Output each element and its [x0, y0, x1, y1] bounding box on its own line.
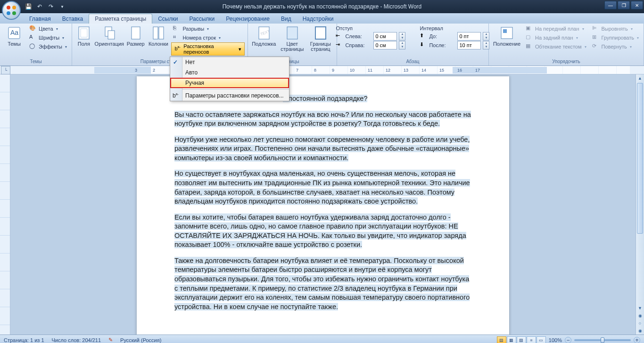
- doc-paragraph: Также на долговечность батареи ноутбука …: [174, 256, 471, 311]
- indent-right-input[interactable]: [373, 41, 397, 49]
- page-color-button[interactable]: Цвет страницы: [279, 24, 305, 52]
- save-icon[interactable]: 💾: [24, 2, 33, 11]
- hyphen-auto-item[interactable]: Авто: [170, 67, 289, 78]
- minimize-button[interactable]: —: [604, 1, 617, 9]
- tab-page-layout[interactable]: Разметка страницы: [89, 14, 152, 24]
- next-page-icon[interactable]: ◉: [636, 327, 644, 335]
- window-title: Почему нельзя держать ноутбук на постоян…: [223, 3, 422, 10]
- prev-page-icon[interactable]: ◉: [636, 312, 644, 319]
- page-borders-button[interactable]: Границы страниц: [307, 24, 334, 52]
- scroll-down-icon[interactable]: ▼: [636, 304, 644, 312]
- text-wrap-button: ▦Обтекание текстом▾: [524, 42, 588, 51]
- rotate-icon: ⟳: [592, 43, 600, 50]
- tab-view[interactable]: Вид: [275, 14, 297, 24]
- status-word-count[interactable]: Число слов: 204/211: [52, 337, 101, 343]
- svg-rect-11: [153, 27, 158, 39]
- svg-rect-12: [159, 27, 164, 39]
- zoom-slider[interactable]: [574, 339, 631, 341]
- tab-selector[interactable]: └: [1, 66, 10, 74]
- spinner[interactable]: ▲▼: [399, 32, 405, 41]
- status-bar: Страница: 1 из 1 Число слов: 204/211 ✎ Р…: [0, 335, 644, 343]
- scroll-up-icon[interactable]: ▲: [636, 74, 644, 82]
- hyphen-none-item[interactable]: Нет: [170, 57, 289, 67]
- space-before-icon: ⬆: [420, 33, 427, 40]
- theme-colors-button[interactable]: 🎨Цвета▾: [27, 24, 69, 33]
- svg-rect-10: [132, 27, 140, 39]
- status-language[interactable]: Русский (Россия): [120, 337, 161, 343]
- columns-button[interactable]: Колонки: [147, 24, 169, 47]
- margins-button[interactable]: Поля: [75, 24, 93, 47]
- print-layout-view-button[interactable]: ▤: [497, 336, 506, 343]
- effects-icon: ◯: [29, 43, 37, 50]
- position-icon: [499, 25, 514, 41]
- spacing-heading: Интервал: [420, 25, 489, 31]
- svg-rect-9: [108, 31, 115, 39]
- theme-effects-button[interactable]: ◯Эффекты▾: [27, 42, 69, 51]
- spinner[interactable]: ▲▼: [399, 41, 405, 49]
- orientation-button[interactable]: Ориентация: [95, 24, 124, 47]
- hyphen-manual-item[interactable]: Ручная: [170, 78, 289, 88]
- breaks-icon: ⎘: [173, 25, 181, 33]
- zoom-in-button[interactable]: +: [634, 337, 640, 343]
- status-page[interactable]: Страница: 1 из 1: [4, 337, 44, 343]
- document-area[interactable]: а постоянной подзарядке? Вы часто оставл…: [10, 74, 636, 335]
- tab-insert[interactable]: Вставка: [57, 14, 89, 24]
- send-back-button: ▢На задний план▾: [524, 33, 588, 42]
- align-button: ⊫Выровнять▾: [590, 24, 641, 33]
- space-after-input[interactable]: [457, 41, 481, 49]
- web-view-button[interactable]: ▧: [517, 336, 526, 343]
- redo-icon[interactable]: ↷: [46, 2, 56, 11]
- maximize-button[interactable]: ❐: [618, 1, 630, 9]
- vertical-ruler[interactable]: [0, 74, 10, 335]
- tab-references[interactable]: Ссылки: [152, 14, 183, 24]
- hyphen-options-item[interactable]: ba- Параметры расстановки переносов...: [170, 90, 289, 101]
- scroll-thumb[interactable]: [637, 83, 643, 234]
- zoom-out-button[interactable]: −: [565, 337, 571, 343]
- indent-left-icon: ⇤: [336, 33, 343, 40]
- bring-front-button: ▣На передний план▾: [524, 24, 588, 33]
- tab-mailings[interactable]: Рассылки: [183, 14, 220, 24]
- doc-paragraph: Вы часто оставляете заряжаться ноутбук н…: [174, 110, 471, 129]
- hyphenation-menu: Нет Авто Ручная ba- Параметры расстановк…: [170, 57, 289, 101]
- undo-icon[interactable]: ↶: [35, 2, 44, 11]
- linenum-icon: ⌗: [173, 34, 181, 41]
- indent-left-input[interactable]: [373, 32, 397, 41]
- tab-review[interactable]: Рецензирование: [220, 14, 275, 24]
- back-icon: ▢: [526, 34, 533, 41]
- tab-addins[interactable]: Надстройки: [297, 14, 339, 24]
- position-button[interactable]: Положение: [492, 24, 522, 47]
- indent-right-icon: ⇥: [336, 41, 343, 49]
- zoom-handle[interactable]: [601, 337, 604, 343]
- qat-dropdown-icon[interactable]: ▼: [58, 2, 67, 11]
- hyphenation-button[interactable]: ba-Расстановка переносов▾: [171, 42, 244, 56]
- svg-point-0: [7, 6, 10, 9]
- page[interactable]: а постоянной подзарядке? Вы часто оставл…: [137, 76, 509, 335]
- svg-point-1: [12, 6, 16, 9]
- view-buttons: ▤ ▦ ▧ ≡ ▭: [497, 336, 546, 343]
- watermark-button[interactable]: TEXTПодложка: [251, 24, 277, 47]
- themes-button[interactable]: Aa Темы: [3, 24, 25, 47]
- themes-icon: Aa: [7, 25, 22, 41]
- outline-view-button[interactable]: ≡: [527, 336, 536, 343]
- status-proofing-icon[interactable]: ✎: [108, 337, 113, 343]
- tab-home[interactable]: Главная: [24, 14, 57, 24]
- menu-separator: [182, 89, 289, 90]
- doc-paragraph: Но существует в ноутбуках одна маленькая…: [174, 169, 471, 206]
- vertical-scrollbar[interactable]: ▲ ▼ ◉ ○ ◉: [636, 74, 644, 335]
- horizontal-ruler[interactable]: └ 3211234567891011121314151617: [0, 66, 644, 74]
- pagecolor-icon: [285, 25, 300, 41]
- size-button[interactable]: Размер: [126, 24, 145, 47]
- theme-fonts-button[interactable]: AШрифты▾: [27, 33, 69, 42]
- space-before-input[interactable]: [457, 32, 481, 41]
- line-numbers-button[interactable]: ⌗Номера строк▾: [171, 33, 244, 42]
- reading-view-button[interactable]: ▦: [507, 336, 516, 343]
- close-button[interactable]: ✕: [631, 1, 643, 9]
- svg-point-2: [7, 11, 10, 15]
- browse-object-icon[interactable]: ○: [636, 319, 644, 327]
- office-button[interactable]: [2, 1, 21, 20]
- breaks-button[interactable]: ⎘Разрывы▾: [171, 24, 244, 33]
- svg-text:Aa: Aa: [10, 29, 18, 36]
- draft-view-button[interactable]: ▭: [537, 336, 546, 343]
- zoom-level[interactable]: 100%: [549, 337, 562, 343]
- doc-paragraph: Ноутбуки уже несколько лет успешно помог…: [174, 135, 471, 163]
